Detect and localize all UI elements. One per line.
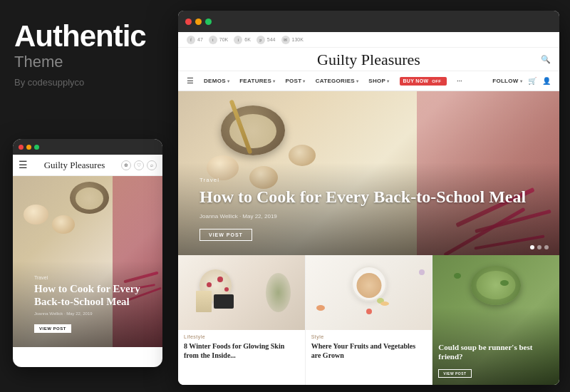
theme-subtitle: Theme: [14, 53, 160, 71]
nav-item-demos[interactable]: DEMOS ▾: [204, 78, 229, 84]
nav-item-features[interactable]: FEATURES ▾: [239, 78, 275, 84]
facebook-icon: f: [187, 36, 195, 44]
mobile-dot-yellow: [26, 145, 31, 150]
mobile-hero-overlay: Travel How to Cook for Every Back-to-Sch…: [13, 261, 162, 347]
mobile-bowl-inner: [76, 187, 103, 210]
card-1-bg: [178, 255, 305, 330]
hero-overlay: Travel How to Cook for Every Back-to-Sch…: [178, 163, 559, 255]
card-2-berry: [419, 269, 425, 275]
mobile-egg-b: [52, 215, 75, 234]
card-3-image: Could soup be runner's best friend? VIEW…: [432, 255, 559, 385]
browser-dot-green: [205, 19, 212, 25]
social-instagram: i 6K: [234, 36, 251, 44]
card-1-herbs: [266, 273, 291, 312]
social-facebook: f 47: [187, 36, 203, 44]
card-1: Lifestyle 8 Winter Foods for Glowing Ski…: [178, 255, 306, 385]
mobile-view-post-button[interactable]: VIEW POST: [34, 324, 71, 333]
categories-chevron: ▾: [356, 78, 358, 83]
theme-author: By codesupplyco: [14, 77, 160, 88]
desktop-search-icon[interactable]: 🔍: [541, 55, 551, 64]
nav-item-shop[interactable]: SHOP ▾: [368, 78, 389, 84]
card-1-berry-1: [217, 277, 223, 282]
email-icon: ✉: [281, 36, 290, 44]
card-2-image: [306, 255, 432, 330]
mobile-icons: ⊕ ♡ ⌕: [121, 160, 157, 170]
card-1-berry-3: [207, 282, 212, 287]
social-email: ✉ 130K: [281, 36, 304, 44]
mobile-hero-tag: Travel: [34, 275, 141, 280]
nav-more-icon[interactable]: ···: [457, 78, 462, 84]
hero-bowl: [221, 105, 285, 155]
card-3-title: Could soup be runner's best friend?: [438, 343, 554, 361]
mobile-user-icon[interactable]: ♡: [134, 160, 144, 170]
twitter-count: 70K: [219, 37, 228, 42]
card-3-view-post-button[interactable]: VIEW POST: [438, 369, 471, 378]
features-chevron: ▾: [273, 78, 275, 83]
nav-item-post[interactable]: POST ▾: [285, 78, 305, 84]
nav-user-icon[interactable]: 👤: [542, 77, 551, 85]
hero-dot-2[interactable]: [537, 245, 542, 249]
mobile-dot-red: [19, 145, 24, 150]
buy-now-badge: OFF: [430, 78, 443, 84]
browser-dot-yellow: [195, 19, 202, 25]
nav-right-group: FOLLOW ▾ 🛒 👤: [492, 77, 551, 85]
card-2-veg-3: [366, 309, 372, 314]
card-1-title: 8 Winter Foods for Glowing Skin from the…: [184, 341, 299, 360]
card-1-body: Lifestyle 8 Winter Foods for Glowing Ski…: [178, 330, 305, 364]
desktop-logo: Guilty Pleasures: [317, 51, 420, 69]
card-2-veg-4: [380, 301, 389, 306]
mobile-mockup: ☰ Guilty Pleasures ⊕ ♡ ⌕: [13, 139, 162, 367]
mobile-titlebar: [13, 139, 162, 155]
card-1-image: [178, 255, 305, 330]
card-3: Could soup be runner's best friend? VIEW…: [432, 255, 559, 385]
mobile-dot-green: [34, 145, 39, 150]
desktop-cards: Lifestyle 8 Winter Foods for Glowing Ski…: [178, 255, 559, 385]
desktop-mockup: f 47 t 70K i 6K p 544 ✉ 130K Guilty Plea…: [178, 11, 559, 385]
mobile-hero: Travel How to Cook for Every Back-to-Sch…: [13, 176, 162, 347]
email-count: 130K: [292, 37, 304, 42]
card-1-notebook: [196, 291, 212, 312]
desktop-hero: Travel How to Cook for Every Back-to-Sch…: [178, 91, 559, 255]
follow-chevron: ▾: [520, 78, 522, 83]
card-1-berry-2: [224, 287, 229, 292]
hero-view-post-button[interactable]: VIEW POST: [200, 229, 252, 241]
mobile-menu-icon[interactable]: ☰: [19, 159, 28, 171]
card-3-bg: Could soup be runner's best friend? VIEW…: [432, 255, 559, 385]
hero-dot-3[interactable]: [544, 245, 549, 249]
hero-tag: Travel: [200, 177, 538, 183]
nav-item-categories[interactable]: CATEGORIES ▾: [316, 78, 359, 84]
card-2-category: Style: [311, 334, 427, 339]
twitter-icon: t: [209, 36, 217, 44]
mobile-egg-a: [24, 205, 48, 225]
post-chevron: ▾: [303, 78, 305, 83]
card-2: Style Where Your Fruits and Vegetables a…: [306, 255, 433, 385]
card-2-bg: [306, 255, 432, 330]
hero-pagination-dots: [530, 245, 549, 249]
mobile-header: ☰ Guilty Pleasures ⊕ ♡ ⌕: [13, 155, 162, 176]
card-2-veg-1: [316, 305, 325, 311]
instagram-count: 6K: [244, 37, 251, 42]
social-pinterest: p 544: [256, 36, 276, 44]
shop-chevron: ▾: [387, 78, 389, 83]
nav-hamburger-icon[interactable]: ☰: [187, 76, 194, 86]
hero-meta: Joanna Wellick · May 22, 2019: [200, 213, 538, 220]
card-2-body: Style Where Your Fruits and Vegetables a…: [306, 330, 432, 364]
desktop-site-header: f 47 t 70K i 6K p 544 ✉ 130K Guilty Plea…: [178, 32, 559, 71]
browser-dot-red: [185, 19, 192, 25]
card-2-food: [356, 273, 381, 298]
demos-chevron: ▾: [227, 78, 229, 83]
nav-follow[interactable]: FOLLOW ▾: [492, 78, 522, 84]
nav-cart-icon[interactable]: 🛒: [528, 77, 537, 85]
pinterest-icon: p: [256, 36, 265, 44]
mobile-cart-icon[interactable]: ⊕: [121, 160, 131, 170]
social-bar: f 47 t 70K i 6K p 544 ✉ 130K: [178, 32, 559, 48]
card-3-text: Could soup be runner's best friend? VIEW…: [438, 343, 554, 378]
browser-titlebar: [178, 11, 559, 32]
hero-dot-1[interactable]: [530, 245, 534, 249]
facebook-count: 47: [197, 37, 203, 42]
mobile-logo: Guilty Pleasures: [44, 160, 105, 171]
mobile-search-icon[interactable]: ⌕: [147, 160, 157, 170]
left-panel: Authentic Theme By codesupplyco ☰ Guilty…: [0, 0, 175, 392]
card-1-phone: [214, 294, 234, 309]
nav-buy-now-button[interactable]: BUY NOW OFF: [400, 77, 447, 86]
